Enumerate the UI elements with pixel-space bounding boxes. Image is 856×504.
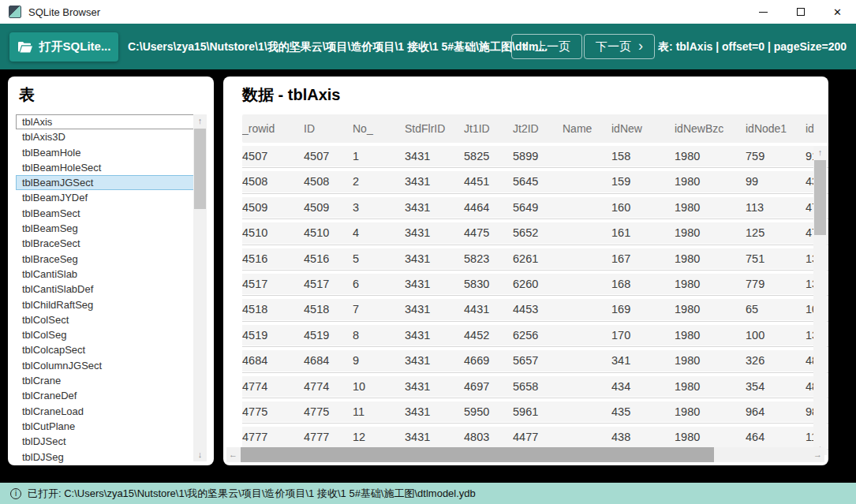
table-cell: 1980 (675, 297, 746, 320)
table-cell (563, 247, 611, 270)
table-cell: 125 (746, 221, 806, 244)
sidebar-item-tblBeamJYDef[interactable]: tblBeamJYDef (16, 190, 199, 205)
sidebar-item-tblCantiSlab[interactable]: tblCantiSlab (16, 267, 199, 282)
sidebar-item-tblBraceSeg[interactable]: tblBraceSeg (16, 252, 199, 267)
maximize-button[interactable] (782, 0, 819, 24)
maximize-icon (797, 8, 805, 16)
sidebar-item-tblBeamSeg[interactable]: tblBeamSeg (16, 221, 199, 236)
table-cell: 99 (746, 170, 806, 192)
table-cell: 8 (353, 323, 405, 346)
table-cell: 5961 (513, 400, 563, 423)
sidebar-scrollbar-thumb[interactable] (194, 129, 206, 209)
table-cell: 160 (611, 196, 675, 218)
table-cell: 4453 (513, 297, 563, 320)
table-cell: 759 (746, 144, 806, 167)
minimize-button[interactable] (745, 0, 782, 24)
scroll-down-icon[interactable]: ↓ (193, 448, 207, 461)
sidebar-item-tblBeamHole[interactable]: tblBeamHole (16, 145, 199, 160)
next-page-label: 下一页 (596, 39, 631, 54)
sidebar-item-tblCrane[interactable]: tblCrane (16, 373, 199, 388)
next-page-button[interactable]: 下一页 › (584, 34, 655, 59)
table-row[interactable]: 4777477712343148034477438198046411 (242, 425, 828, 449)
toolbar: 打开SQLite... C:\Users\zya15\Nutstore\1\我的… (0, 24, 856, 69)
table-row[interactable]: 451945198343144526256170198010013 (242, 323, 828, 347)
sidebar-item-tblAxis3D[interactable]: tblAxis3D (16, 129, 199, 144)
column-header-_rowid: _rowid (242, 114, 304, 143)
table-cell: 1980 (675, 349, 746, 371)
table-cell: 3431 (405, 297, 464, 320)
sidebar-item-tblCraneLoad[interactable]: tblCraneLoad (16, 404, 199, 419)
table-cell: 4517 (304, 272, 353, 295)
sidebar-item-tblColcapSect[interactable]: tblColcapSect (16, 342, 199, 357)
scroll-right-icon[interactable]: → (811, 447, 824, 462)
table-list[interactable]: tblAxistblAxis3DtblBeamHoletblBeamHoleSe… (16, 114, 199, 464)
table-cell: 4477 (513, 425, 563, 448)
table-cell: 779 (746, 272, 806, 295)
table-row[interactable]: 468446849343146695657341198032648 (242, 349, 828, 372)
scroll-left-icon[interactable]: ← (226, 447, 240, 462)
table-row[interactable]: 450945093343144645649160198011347 (242, 196, 828, 219)
table-vscrollbar-thumb[interactable] (814, 160, 826, 235)
table-cell: 6256 (513, 323, 563, 346)
sidebar-item-tblCutPlane[interactable]: tblCutPlane (16, 419, 199, 434)
sidebar-item-tblChildRaftSeg[interactable]: tblChildRaftSeg (16, 297, 199, 312)
table-cell: 4803 (464, 425, 513, 448)
table-cell (563, 323, 611, 346)
table-cell: 5658 (513, 375, 563, 398)
table-cell (563, 196, 611, 218)
close-button[interactable]: ✕ (819, 0, 856, 24)
table-hscrollbar-thumb[interactable] (241, 447, 714, 462)
prev-page-button[interactable]: ‹ 上一页 (511, 34, 582, 59)
table-cell: 1 (353, 144, 405, 167)
sidebar-item-tblCraneDef[interactable]: tblCraneDef (16, 388, 199, 403)
table-cell: 4519 (304, 323, 353, 346)
table-row[interactable]: 451745176343158306260168198077913 (242, 272, 828, 296)
table-cell: 5645 (513, 170, 563, 192)
table-vertical-scrollbar[interactable]: ↑ ↓ (813, 146, 827, 455)
table-cell: 169 (611, 297, 675, 320)
table-cell: 341 (611, 349, 675, 371)
table-cell: 964 (746, 400, 806, 423)
table-row[interactable]: 450745071343158255899158198075991 (242, 144, 828, 168)
tables-panel: 表 tblAxistblAxis3DtblBeamHoletblBeamHole… (8, 77, 214, 465)
table-cell: 4508 (242, 170, 304, 192)
table-row[interactable]: 4774477410343146975658434198035448 (242, 375, 828, 398)
sidebar-item-tblColSeg[interactable]: tblColSeg (16, 327, 199, 342)
table-row[interactable]: 45084508234314451564515919809943 (242, 170, 828, 193)
sidebar-scrollbar[interactable]: ↑ ↓ (193, 114, 207, 461)
table-cell: 1980 (675, 400, 746, 423)
open-folder-icon (17, 41, 32, 53)
table-cell: 4516 (304, 247, 353, 270)
open-sqlite-button[interactable]: 打开SQLite... (9, 32, 118, 62)
table-cell: 4508 (304, 170, 353, 192)
table-cell: 1980 (675, 144, 746, 167)
table-horizontal-scrollbar[interactable]: ← → (226, 447, 824, 462)
column-header-Name: Name (563, 114, 611, 143)
sidebar-item-tblBraceSect[interactable]: tblBraceSect (16, 236, 199, 251)
sidebar-item-tblDJSeg[interactable]: tblDJSeg (16, 450, 199, 464)
table-cell: 11 (353, 400, 405, 423)
sidebar-item-tblBeamHoleSect[interactable]: tblBeamHoleSect (16, 160, 199, 175)
scroll-up-icon[interactable]: ↑ (813, 146, 827, 159)
table-cell (563, 349, 611, 371)
sidebar-item-tblColumnJGSect[interactable]: tblColumnJGSect (16, 358, 199, 373)
table-cell: 4507 (242, 144, 304, 167)
table-cell: 3431 (405, 144, 464, 167)
sidebar-item-tblBeamSect[interactable]: tblBeamSect (16, 206, 199, 221)
table-row[interactable]: 45184518734314431445316919806510 (242, 297, 828, 321)
scroll-up-icon[interactable]: ↑ (193, 114, 207, 128)
sidebar-item-tblBeamJGSect[interactable]: tblBeamJGSect (16, 175, 199, 190)
table-cell: 4516 (242, 247, 304, 270)
table-row[interactable]: 4775477511343159505961435198096498 (242, 400, 828, 424)
table-cell: 7 (353, 297, 405, 320)
sidebar-item-tblDJSect[interactable]: tblDJSect (16, 434, 199, 449)
sidebar-item-tblCantiSlabDef[interactable]: tblCantiSlabDef (16, 282, 199, 297)
table-cell: 5830 (464, 272, 513, 295)
sidebar-item-tblAxis[interactable]: tblAxis (16, 114, 199, 129)
table-row[interactable]: 451645165343158236261167198075113 (242, 247, 828, 271)
table-cell: 6 (353, 272, 405, 295)
table-row[interactable]: 451045104343144755652161198012547 (242, 221, 828, 245)
sidebar-item-tblColSect[interactable]: tblColSect (16, 312, 199, 327)
table-cell: 4684 (242, 349, 304, 371)
table-cell: 161 (611, 221, 675, 244)
